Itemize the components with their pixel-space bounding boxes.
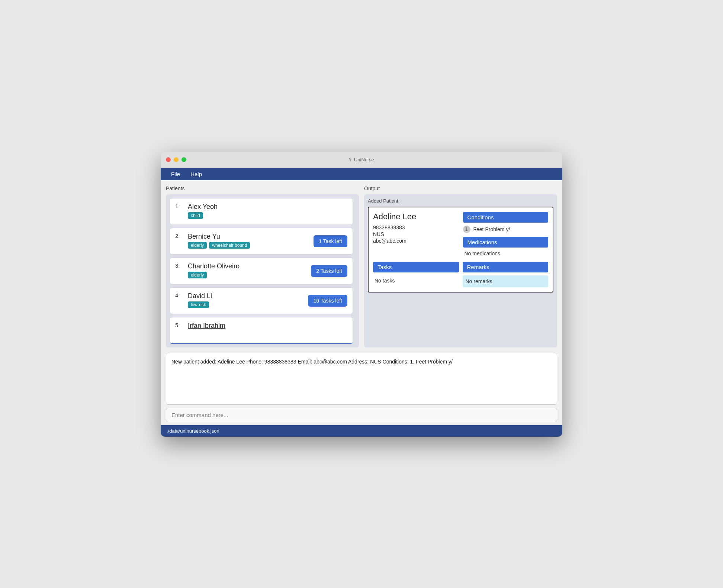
- patient-tags-3: elderly: [188, 272, 307, 278]
- patient-name-4: David Li: [188, 292, 304, 300]
- window-title: ⚕ UniNurse: [349, 156, 374, 162]
- patient-card-3[interactable]: 3. Charlotte Oliveiro elderly 2 Tasks le…: [170, 258, 353, 284]
- patient-info-4: David Li low-risk: [188, 292, 304, 308]
- task-badge-2[interactable]: 1 Task left: [314, 235, 347, 247]
- patient-card-4[interactable]: 4. David Li low-risk 16 Tasks left: [170, 287, 353, 314]
- output-container: Added Patient: Adeline Lee 98338838383 N…: [364, 194, 557, 348]
- patient-card-2[interactable]: 2. Bernice Yu elderly wheelchair bound 1…: [170, 228, 353, 255]
- tag-low-risk-4: low-risk: [188, 301, 209, 308]
- tag-elderly-2: elderly: [188, 242, 207, 249]
- console-area: New patient added: Adeline Lee Phone: 98…: [166, 353, 557, 405]
- patient-number-5: 5.: [175, 322, 184, 328]
- remarks-section: Remarks No remarks: [463, 262, 549, 287]
- menu-file[interactable]: File: [167, 168, 184, 180]
- status-text: ./data/uninursebook.json: [167, 428, 219, 434]
- tasks-header: Tasks: [373, 262, 459, 272]
- patient-info-2: Bernice Yu elderly wheelchair bound: [188, 233, 310, 249]
- added-patient-card: Adeline Lee 98338838383 NUS abc@abc.com …: [368, 207, 553, 293]
- status-bar: ./data/uninursebook.json: [161, 425, 562, 437]
- app-window: ⚕ UniNurse File Help Patients 1. Alex Ye…: [161, 152, 562, 437]
- medications-text: No medications: [463, 251, 549, 256]
- command-input[interactable]: [166, 408, 557, 422]
- close-button[interactable]: [166, 157, 171, 162]
- patient-tags-2: elderly wheelchair bound: [188, 242, 310, 249]
- remarks-header: Remarks: [463, 262, 549, 272]
- patient-tags-4: low-risk: [188, 301, 304, 308]
- output-panel: Output Added Patient: Adeline Lee 983388…: [364, 185, 557, 348]
- command-input-wrapper: [166, 408, 557, 422]
- patient-info-3: Charlotte Oliveiro elderly: [188, 262, 307, 278]
- patient-card-1[interactable]: 1. Alex Yeoh child: [170, 198, 353, 225]
- bottom-row: Tasks No tasks Remarks No remarks: [373, 262, 548, 287]
- added-patient-email: abc@abc.com: [373, 238, 459, 244]
- task-badge-4[interactable]: 16 Tasks left: [308, 295, 347, 307]
- app-icon: ⚕: [349, 156, 352, 162]
- patient-name-5: Irfan Ibrahim: [188, 322, 347, 330]
- app-title: UniNurse: [354, 157, 374, 162]
- patients-panel: Patients 1. Alex Yeoh child: [166, 185, 359, 348]
- remarks-text: No remarks: [463, 275, 549, 287]
- added-patient-label: Added Patient:: [368, 198, 553, 204]
- patient-number-1: 1.: [175, 203, 184, 209]
- title-bar: ⚕ UniNurse: [161, 152, 562, 168]
- menu-help[interactable]: Help: [186, 168, 206, 180]
- tag-child: child: [188, 212, 203, 219]
- minimize-button[interactable]: [174, 157, 179, 162]
- tasks-text: No tasks: [373, 275, 459, 286]
- patient-info-5: Irfan Ibrahim: [188, 322, 347, 331]
- tag-wheelchair-2: wheelchair bound: [209, 242, 250, 249]
- patient-number-2: 2.: [175, 233, 184, 239]
- tag-elderly-3: elderly: [188, 272, 207, 278]
- patient-info-1: Alex Yeoh child: [188, 203, 347, 219]
- patient-card-5[interactable]: 5. Irfan Ibrahim: [170, 317, 353, 344]
- main-panels: Patients 1. Alex Yeoh child: [161, 180, 562, 353]
- patient-name-1: Alex Yeoh: [188, 203, 347, 211]
- tasks-section: Tasks No tasks: [373, 262, 459, 287]
- conditions-header: Conditions: [463, 212, 549, 223]
- patient-details-row: Adeline Lee 98338838383 NUS abc@abc.com …: [373, 212, 548, 256]
- maximize-button[interactable]: [181, 157, 186, 162]
- condition-number-1: 1: [463, 226, 470, 233]
- patient-number-4: 4.: [175, 292, 184, 298]
- window-controls: [166, 157, 186, 162]
- medications-section: Medications No medications: [463, 237, 549, 256]
- conditions-section: Conditions 1 Feet Problem y/ Medications…: [463, 212, 549, 256]
- menu-bar: File Help: [161, 168, 562, 180]
- task-badge-3[interactable]: 2 Tasks left: [311, 265, 347, 277]
- patient-tags-1: child: [188, 212, 347, 219]
- added-patient-address: NUS: [373, 231, 459, 237]
- condition-text-1: Feet Problem y/: [473, 226, 510, 232]
- output-label: Output: [364, 185, 557, 191]
- added-patient-name: Adeline Lee: [373, 212, 459, 222]
- medications-header: Medications: [463, 237, 549, 248]
- patient-number-3: 3.: [175, 262, 184, 269]
- patients-label: Patients: [166, 185, 359, 191]
- patient-name-2: Bernice Yu: [188, 233, 310, 240]
- patients-list-container: 1. Alex Yeoh child 2. Bernice Yu: [166, 194, 359, 348]
- patients-list: 1. Alex Yeoh child 2. Bernice Yu: [170, 198, 355, 344]
- condition-item-1: 1 Feet Problem y/: [463, 226, 549, 233]
- added-patient-phone: 98338838383: [373, 224, 459, 230]
- patient-basic-info: Adeline Lee 98338838383 NUS abc@abc.com: [373, 212, 459, 256]
- patient-name-3: Charlotte Oliveiro: [188, 262, 307, 270]
